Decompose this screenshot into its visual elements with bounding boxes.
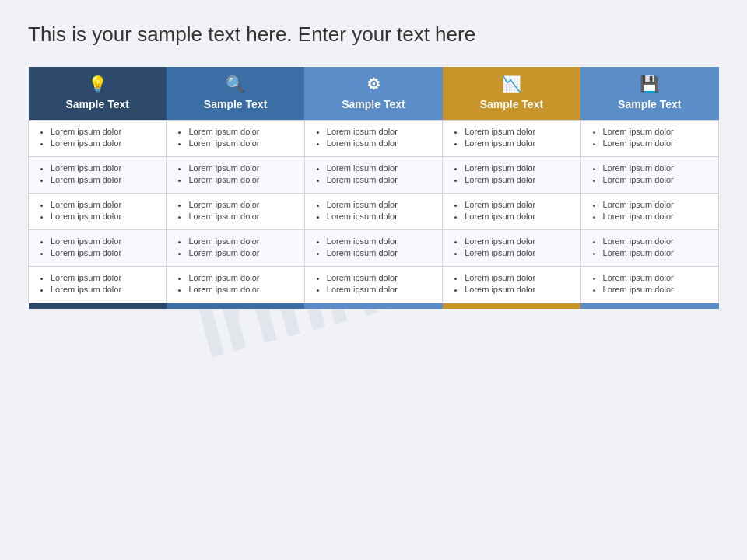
list-item: Lorem ipsum dolor xyxy=(603,163,709,173)
list-item: Lorem ipsum dolor xyxy=(327,127,433,136)
search-icon: 🔍 xyxy=(176,75,295,93)
list-item: Lorem ipsum dolor xyxy=(465,236,570,246)
bottom-bar-cell-4 xyxy=(443,303,580,309)
table-cell-r3-c0: Lorem ipsum dolorLorem ipsum dolor xyxy=(29,229,167,266)
list-item: Lorem ipsum dolor xyxy=(327,138,433,148)
table-cell-r2-c4: Lorem ipsum dolorLorem ipsum dolor xyxy=(580,193,718,229)
table-cell-r3-c4: Lorem ipsum dolorLorem ipsum dolor xyxy=(580,229,718,266)
column-header-2: 🔍 Sample Text xyxy=(167,67,304,121)
chart-icon: 📉 xyxy=(452,75,571,93)
list-item: Lorem ipsum dolor xyxy=(51,236,156,246)
list-item: Lorem ipsum dolor xyxy=(465,200,570,209)
list-item: Lorem ipsum dolor xyxy=(465,127,570,136)
table-row: Lorem ipsum dolorLorem ipsum dolorLorem … xyxy=(29,156,719,193)
column-header-label-3: Sample Text xyxy=(342,98,405,110)
column-header-label-2: Sample Text xyxy=(204,98,267,110)
page-content: This is your sample text here. Enter you… xyxy=(0,0,747,324)
list-item: Lorem ipsum dolor xyxy=(465,175,570,184)
list-item: Lorem ipsum dolor xyxy=(188,127,294,136)
bottom-color-bar xyxy=(29,303,719,309)
list-item: Lorem ipsum dolor xyxy=(327,236,433,246)
list-item: Lorem ipsum dolor xyxy=(603,175,709,184)
list-item: Lorem ipsum dolor xyxy=(327,285,433,294)
list-item: Lorem ipsum dolor xyxy=(188,175,294,184)
list-item: Lorem ipsum dolor xyxy=(51,285,156,294)
table-body: Lorem ipsum dolorLorem ipsum dolorLorem … xyxy=(29,120,719,309)
list-item: Lorem ipsum dolor xyxy=(51,273,156,282)
table-cell-r0-c4: Lorem ipsum dolorLorem ipsum dolor xyxy=(580,120,718,156)
list-item: Lorem ipsum dolor xyxy=(51,163,156,173)
list-item: Lorem ipsum dolor xyxy=(465,273,570,282)
table-cell-r1-c4: Lorem ipsum dolorLorem ipsum dolor xyxy=(580,156,718,193)
bottom-bar-cell-2 xyxy=(167,303,304,309)
table-cell-r1-c3: Lorem ipsum dolorLorem ipsum dolor xyxy=(443,156,580,193)
list-item: Lorem ipsum dolor xyxy=(603,236,709,246)
list-item: Lorem ipsum dolor xyxy=(327,212,433,221)
list-item: Lorem ipsum dolor xyxy=(465,285,570,294)
list-item: Lorem ipsum dolor xyxy=(188,285,294,294)
table-cell-r0-c1: Lorem ipsum dolorLorem ipsum dolor xyxy=(167,120,304,156)
table-cell-r2-c0: Lorem ipsum dolorLorem ipsum dolor xyxy=(29,193,167,229)
table-row: Lorem ipsum dolorLorem ipsum dolorLorem … xyxy=(29,193,719,229)
list-item: Lorem ipsum dolor xyxy=(603,138,709,148)
list-item: Lorem ipsum dolor xyxy=(327,175,433,184)
list-item: Lorem ipsum dolor xyxy=(603,273,709,282)
table-cell-r4-c0: Lorem ipsum dolorLorem ipsum dolor xyxy=(29,266,167,303)
list-item: Lorem ipsum dolor xyxy=(603,200,709,209)
column-header-1: 💡 Sample Text xyxy=(29,67,167,121)
lightbulb-icon: 💡 xyxy=(38,75,157,93)
table-cell-r2-c1: Lorem ipsum dolorLorem ipsum dolor xyxy=(167,193,304,229)
list-item: Lorem ipsum dolor xyxy=(465,248,570,257)
table-cell-r4-c2: Lorem ipsum dolorLorem ipsum dolor xyxy=(304,266,442,303)
table-cell-r1-c1: Lorem ipsum dolorLorem ipsum dolor xyxy=(167,156,304,193)
table-cell-r0-c2: Lorem ipsum dolorLorem ipsum dolor xyxy=(304,120,442,156)
column-header-label-4: Sample Text xyxy=(480,98,543,110)
table-cell-r0-c3: Lorem ipsum dolorLorem ipsum dolor xyxy=(443,120,580,156)
list-item: Lorem ipsum dolor xyxy=(327,200,433,209)
table-cell-r1-c0: Lorem ipsum dolorLorem ipsum dolor xyxy=(29,156,167,193)
list-item: Lorem ipsum dolor xyxy=(465,138,570,148)
table-row: Lorem ipsum dolorLorem ipsum dolorLorem … xyxy=(29,266,719,303)
bottom-bar-cell-3 xyxy=(304,303,442,309)
gear-icon: ⚙ xyxy=(314,75,433,93)
page-title: This is your sample text here. Enter you… xyxy=(28,22,719,48)
list-item: Lorem ipsum dolor xyxy=(188,236,294,246)
list-item: Lorem ipsum dolor xyxy=(603,127,709,136)
list-item: Lorem ipsum dolor xyxy=(603,248,709,257)
list-item: Lorem ipsum dolor xyxy=(188,200,294,209)
table-cell-r1-c2: Lorem ipsum dolorLorem ipsum dolor xyxy=(304,156,442,193)
list-item: Lorem ipsum dolor xyxy=(51,127,156,136)
table-cell-r4-c3: Lorem ipsum dolorLorem ipsum dolor xyxy=(443,266,580,303)
table-cell-r0-c0: Lorem ipsum dolorLorem ipsum dolor xyxy=(29,120,167,156)
list-item: Lorem ipsum dolor xyxy=(327,163,433,173)
list-item: Lorem ipsum dolor xyxy=(188,163,294,173)
list-item: Lorem ipsum dolor xyxy=(603,212,709,221)
table-cell-r3-c3: Lorem ipsum dolorLorem ipsum dolor xyxy=(443,229,580,266)
bottom-bar-cell-5 xyxy=(580,303,718,309)
main-table: 💡 Sample Text 🔍 Sample Text ⚙ Sample Tex… xyxy=(28,67,719,310)
table-cell-r4-c4: Lorem ipsum dolorLorem ipsum dolor xyxy=(580,266,718,303)
table-cell-r2-c3: Lorem ipsum dolorLorem ipsum dolor xyxy=(443,193,580,229)
list-item: Lorem ipsum dolor xyxy=(465,163,570,173)
list-item: Lorem ipsum dolor xyxy=(465,212,570,221)
table-row: Lorem ipsum dolorLorem ipsum dolorLorem … xyxy=(29,120,719,156)
list-item: Lorem ipsum dolor xyxy=(51,200,156,209)
column-header-label-5: Sample Text xyxy=(618,98,681,110)
database-icon: 💾 xyxy=(590,75,709,93)
list-item: Lorem ipsum dolor xyxy=(51,248,156,257)
header-row: 💡 Sample Text 🔍 Sample Text ⚙ Sample Tex… xyxy=(29,67,719,121)
table-cell-r3-c2: Lorem ipsum dolorLorem ipsum dolor xyxy=(304,229,442,266)
list-item: Lorem ipsum dolor xyxy=(188,138,294,148)
column-header-3: ⚙ Sample Text xyxy=(304,67,442,121)
list-item: Lorem ipsum dolor xyxy=(188,273,294,282)
list-item: Lorem ipsum dolor xyxy=(51,212,156,221)
table-row: Lorem ipsum dolorLorem ipsum dolorLorem … xyxy=(29,229,719,266)
list-item: Lorem ipsum dolor xyxy=(51,138,156,148)
bottom-bar-cell-1 xyxy=(29,303,167,309)
list-item: Lorem ipsum dolor xyxy=(327,248,433,257)
column-header-5: 💾 Sample Text xyxy=(580,67,718,121)
column-header-label-1: Sample Text xyxy=(65,98,128,110)
table-cell-r4-c1: Lorem ipsum dolorLorem ipsum dolor xyxy=(167,266,304,303)
table-cell-r2-c2: Lorem ipsum dolorLorem ipsum dolor xyxy=(304,193,442,229)
table-cell-r3-c1: Lorem ipsum dolorLorem ipsum dolor xyxy=(167,229,304,266)
